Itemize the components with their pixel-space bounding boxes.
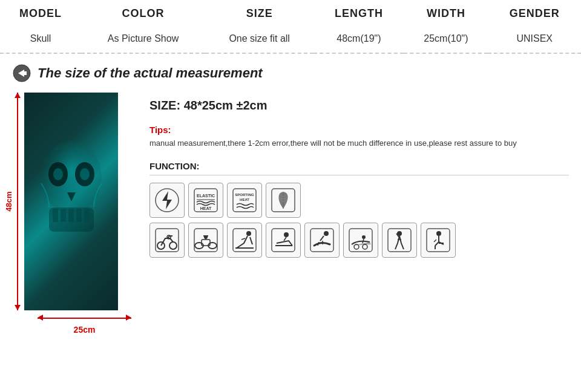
- svg-point-44: [363, 244, 367, 249]
- svg-marker-15: [162, 191, 172, 209]
- section-title: The size of the actual measurement: [38, 65, 263, 81]
- elastic-heat-icon: ELASTIC HEAT: [193, 188, 218, 213]
- svg-rect-12: [76, 209, 82, 222]
- cell-color: As Picture Show: [81, 27, 205, 53]
- svg-rect-38: [272, 229, 295, 252]
- cell-model: Skull: [0, 27, 81, 53]
- header-gender: GENDER: [488, 0, 581, 27]
- icon-skiing: [227, 223, 262, 258]
- motorcycle-icon: [154, 227, 180, 253]
- function-label: FUNCTION:: [149, 161, 569, 175]
- svg-point-7: [80, 168, 90, 180]
- function-icons-row1: ELASTIC HEAT SPORTING HEAT: [149, 183, 569, 218]
- size-info: SIZE: 48*25cm ±2cm: [149, 99, 569, 113]
- header-model: MODEL: [0, 0, 81, 27]
- product-image-container: 48cm: [12, 93, 131, 335]
- icon-snowmobile: [343, 223, 378, 258]
- svg-rect-13: [84, 209, 90, 222]
- width-dimension: 25cm: [25, 314, 131, 335]
- tips-label: Tips:: [149, 125, 569, 135]
- svg-text:ELASTIC: ELASTIC: [197, 194, 215, 198]
- icon-sitting: [421, 223, 456, 258]
- sledding-icon: [271, 227, 296, 253]
- svg-text:HEAT: HEAT: [240, 198, 249, 201]
- svg-rect-10: [61, 209, 66, 222]
- cell-width: 25cm(10"): [404, 27, 488, 53]
- header-width: WIDTH: [404, 0, 488, 27]
- svg-point-35: [204, 235, 208, 239]
- skiing-icon: [232, 227, 257, 253]
- cell-length: 48cm(19"): [313, 27, 404, 53]
- svg-rect-2: [24, 71, 27, 75]
- snowmobile-icon: [348, 227, 373, 253]
- icon-quad: [188, 223, 223, 258]
- icon-snowboarding: [304, 223, 340, 258]
- svg-point-41: [324, 231, 329, 236]
- arrow-circle-icon: [12, 64, 31, 83]
- hiking-icon: [387, 227, 412, 253]
- product-image: [24, 93, 118, 310]
- header-size: SIZE: [205, 0, 314, 27]
- icon-sledding: [266, 223, 301, 258]
- width-label: 25cm: [74, 325, 96, 335]
- cell-gender: UNISEX: [488, 27, 581, 53]
- function-icons-row2: [149, 223, 569, 258]
- svg-text:HEAT: HEAT: [200, 206, 212, 211]
- svg-rect-11: [68, 209, 74, 222]
- main-content: 48cm: [0, 93, 581, 335]
- icon-lightning: [149, 183, 185, 218]
- svg-point-37: [246, 231, 251, 236]
- spec-table: MODEL COLOR SIZE LENGTH WIDTH GENDER Sku…: [0, 0, 581, 54]
- section-heading: The size of the actual measurement: [12, 64, 569, 83]
- svg-rect-40: [310, 229, 333, 252]
- heat-icon: SPORTING HEAT: [232, 188, 257, 213]
- snowboarding-icon: [309, 227, 335, 253]
- header-color: COLOR: [81, 0, 205, 27]
- icon-hiking: [382, 223, 417, 258]
- feather-icon: [271, 188, 296, 213]
- header-length: LENGTH: [313, 0, 404, 27]
- info-panel: SIZE: 48*25cm ±2cm Tips: manual measurem…: [149, 93, 569, 335]
- svg-point-39: [284, 232, 289, 237]
- svg-point-49: [436, 231, 441, 236]
- tips-text: manual measurement,there 1-2cm error,the…: [149, 137, 569, 150]
- sitting-icon: [425, 227, 451, 253]
- icon-heat: SPORTING HEAT: [227, 183, 262, 218]
- svg-point-6: [53, 168, 63, 180]
- cell-size: One size fit all: [205, 27, 314, 53]
- svg-text:SPORTING: SPORTING: [235, 193, 254, 197]
- svg-rect-9: [53, 209, 58, 222]
- icon-elastic-heat: ELASTIC HEAT: [188, 183, 223, 218]
- svg-rect-42: [349, 229, 372, 252]
- icon-feather: [266, 183, 301, 218]
- svg-point-45: [362, 235, 366, 239]
- lightning-icon: [154, 188, 180, 213]
- svg-point-27: [169, 242, 177, 249]
- height-label: 48cm: [4, 191, 13, 211]
- icon-motorcycle: [149, 223, 185, 258]
- quad-icon: [193, 227, 218, 253]
